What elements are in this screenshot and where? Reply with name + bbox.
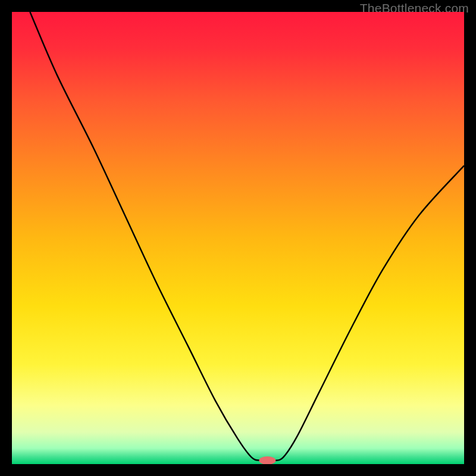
plot-area [12, 12, 464, 464]
bottleneck-chart [12, 12, 464, 464]
chart-container: TheBottleneck.com [0, 0, 476, 476]
gradient-background [12, 12, 464, 464]
